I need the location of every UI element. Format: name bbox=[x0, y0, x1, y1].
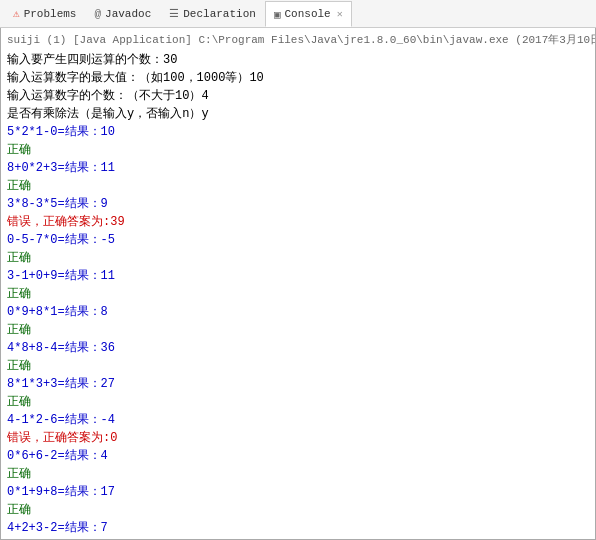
console-line: 0*1+9+8=结果：17 bbox=[7, 483, 589, 501]
console-line: 正确 bbox=[7, 357, 589, 375]
console-line: 0*6+6-2=结果：4 bbox=[7, 447, 589, 465]
javadoc-icon: @ bbox=[94, 8, 101, 20]
console-line: 错误，正确答案为:39 bbox=[7, 213, 589, 231]
console-line: 5*2*1-0=结果：10 bbox=[7, 123, 589, 141]
console-line: 输入运算数字的个数：（不大于10）4 bbox=[7, 87, 589, 105]
tab-problems[interactable]: ⚠ Problems bbox=[4, 1, 85, 27]
tab-javadoc[interactable]: @ Javadoc bbox=[85, 1, 160, 27]
tab-console[interactable]: ▣ Console ✕ bbox=[265, 1, 352, 27]
console-line: 正确 bbox=[7, 141, 589, 159]
console-line: 输入要产生四则运算的个数：30 bbox=[7, 51, 589, 69]
tab-problems-label: Problems bbox=[24, 8, 77, 20]
console-line: 0*9+8*1=结果：8 bbox=[7, 303, 589, 321]
tab-console-label: Console bbox=[285, 8, 331, 20]
console-line: 正确 bbox=[7, 537, 589, 541]
console-area[interactable]: suiji (1) [Java Application] C:\Program … bbox=[0, 28, 596, 540]
console-line: 正确 bbox=[7, 465, 589, 483]
tab-javadoc-label: Javadoc bbox=[105, 8, 151, 20]
console-line: 错误，正确答案为:0 bbox=[7, 429, 589, 447]
console-line: 8+0*2+3=结果：11 bbox=[7, 159, 589, 177]
console-line: 正确 bbox=[7, 249, 589, 267]
console-line: 8*1*3+3=结果：27 bbox=[7, 375, 589, 393]
console-line: 正确 bbox=[7, 321, 589, 339]
console-line: 正确 bbox=[7, 285, 589, 303]
tab-declaration-label: Declaration bbox=[183, 8, 256, 20]
declaration-icon: ☰ bbox=[169, 7, 179, 20]
console-line: 3-1+0+9=结果：11 bbox=[7, 267, 589, 285]
console-line: 3*8-3*5=结果：9 bbox=[7, 195, 589, 213]
tab-declaration[interactable]: ☰ Declaration bbox=[160, 1, 265, 27]
close-icon[interactable]: ✕ bbox=[337, 8, 343, 20]
console-line: 是否有乘除法（是输入y，否输入n）y bbox=[7, 105, 589, 123]
console-line: 正确 bbox=[7, 501, 589, 519]
console-line: 4+2+3-2=结果：7 bbox=[7, 519, 589, 537]
console-line: 正确 bbox=[7, 393, 589, 411]
problems-icon: ⚠ bbox=[13, 7, 20, 20]
console-line: 4-1*2-6=结果：-4 bbox=[7, 411, 589, 429]
console-line: 4*8+8-4=结果：36 bbox=[7, 339, 589, 357]
console-line: 正确 bbox=[7, 177, 589, 195]
console-header: suiji (1) [Java Application] C:\Program … bbox=[7, 32, 589, 49]
console-icon: ▣ bbox=[274, 8, 281, 21]
console-line: 输入运算数字的最大值：（如100，1000等）10 bbox=[7, 69, 589, 87]
tab-bar: ⚠ Problems @ Javadoc ☰ Declaration ▣ Con… bbox=[0, 0, 596, 28]
console-line: 0-5-7*0=结果：-5 bbox=[7, 231, 589, 249]
